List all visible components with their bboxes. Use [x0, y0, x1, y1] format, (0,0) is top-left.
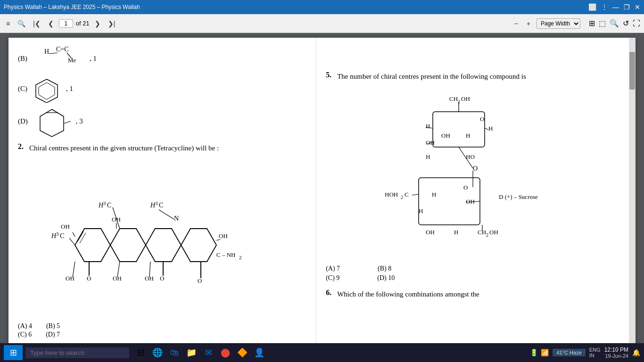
svg-text:C=C: C=C	[56, 46, 69, 53]
svg-line-9	[64, 121, 71, 123]
svg-marker-12	[146, 229, 181, 262]
q6-number: 6.	[326, 288, 331, 304]
svg-marker-13	[181, 229, 216, 262]
maximize-button[interactable]: ❐	[624, 3, 630, 11]
lang-label: ENGIN	[589, 347, 601, 358]
q1-d-structure	[31, 105, 73, 138]
svg-text:OH: OH	[441, 132, 450, 139]
svg-text:O: O	[160, 275, 164, 282]
left-column: (B) H C=C Me , 1	[8, 38, 316, 343]
toolbar-icons: ⊞ ⬚ 🔍 ↺ ⛶	[589, 19, 640, 28]
lang-display: ENGIN	[589, 347, 601, 358]
prev-page-button[interactable]: ❮	[46, 19, 56, 28]
svg-marker-6	[39, 82, 55, 99]
svg-text:2: 2	[401, 195, 403, 200]
close-button[interactable]: ✕	[635, 3, 640, 11]
sys-tray: 🔋 📶	[530, 349, 549, 356]
scrollbar[interactable]	[629, 38, 636, 343]
svg-text:3: 3	[155, 200, 158, 206]
svg-line-58	[485, 128, 488, 130]
taskbar-search[interactable]	[25, 347, 129, 358]
q5-option-c: (C) 9	[326, 274, 339, 282]
zoom-dropdown[interactable]: Page Width 50% 75% 100% 125% 150%	[537, 18, 580, 29]
current-date: 19-Jun-24	[604, 353, 628, 359]
q1-d-chiral: , 3	[76, 117, 83, 125]
question-5: 5. The number of chiral centres present …	[326, 71, 619, 282]
q2-text: Chiral centres present in the given stru…	[29, 142, 219, 154]
q5-option-a: (A) 7	[326, 265, 340, 272]
svg-text:OH: OH	[426, 229, 435, 236]
last-page-button[interactable]: ❯|	[106, 19, 118, 28]
tetracycline-structure: H 3 C OH H 3 C N	[18, 160, 306, 321]
rotate-icon[interactable]: ⬚	[599, 19, 606, 28]
q2-option-b: (B) 5	[46, 322, 60, 330]
question-6: 6. Which of the following combinations a…	[326, 288, 619, 304]
zoom-in-button[interactable]: +	[524, 19, 533, 28]
q1-option-d: (D) , 3	[18, 105, 306, 138]
svg-text:OH: OH	[219, 232, 228, 239]
app-title: Physics Wallah – Lakshya JEE 2025 – Phys…	[4, 4, 140, 10]
q5-answers-2: (C) 9 (D) 10	[326, 274, 619, 282]
q5-option-b: (B) 8	[378, 265, 391, 272]
title-bar-left: Physics Wallah – Lakshya JEE 2025 – Phys…	[4, 4, 140, 10]
notification-icon[interactable]: 🔔	[632, 349, 640, 356]
minimize-button[interactable]: —	[612, 3, 619, 11]
zoom-icon[interactable]: 🔍	[610, 19, 619, 28]
taskbar-icon-store[interactable]: 🛍	[168, 346, 181, 359]
q1-b-chiral: , 1	[90, 55, 97, 63]
q1-b-structure: H C=C Me	[30, 44, 87, 73]
fullscreen-icon[interactable]: ⛶	[633, 19, 640, 28]
menu-button[interactable]: ≡	[4, 19, 12, 28]
q2-option-a: (A) 4	[18, 322, 32, 330]
window-controls: ⬜ ⋮ — ❐ ✕	[588, 3, 640, 11]
q2-option-c: (C) 6	[18, 331, 32, 338]
weather-display: 41°C Haze	[553, 349, 585, 356]
scrollbar-thumb[interactable]	[629, 52, 635, 90]
svg-text:O: O	[463, 184, 468, 191]
next-page-button[interactable]: ❯	[92, 19, 103, 28]
current-time: 12:10 PM	[604, 346, 628, 353]
fit-page-icon[interactable]: ⊞	[589, 19, 595, 28]
taskbar-icon-folder[interactable]: 📁	[185, 346, 198, 359]
svg-text:CH: CH	[449, 95, 458, 102]
svg-text:HOH: HOH	[385, 191, 398, 198]
taskbar-icon-avatar[interactable]: 👤	[253, 346, 266, 359]
svg-text:O: O	[198, 277, 202, 284]
start-button[interactable]: ⊞	[4, 345, 23, 360]
q1-c-structure	[30, 74, 63, 103]
svg-text:C: C	[405, 191, 409, 198]
svg-text:C: C	[159, 202, 163, 209]
taskbar-icon-chrome[interactable]: ⬤	[219, 346, 232, 359]
zoom-area: − + Page Width 50% 75% 100% 125% 150% ⊞ …	[512, 18, 640, 29]
q5-number: 5.	[326, 71, 331, 86]
taskbar-icon-app2[interactable]: 🔶	[236, 346, 249, 359]
toolbar: ≡ 🔍 |❮ ❮ of 21 ❯ ❯| − + Page Width 50% 7…	[0, 14, 644, 33]
svg-line-24	[159, 210, 174, 219]
weather-temp: 41°C Haze	[556, 350, 581, 355]
svg-text:OH: OH	[61, 223, 70, 230]
svg-text:3: 3	[103, 200, 106, 206]
menu-icon[interactable]: ⋮	[601, 3, 608, 11]
svg-text:CH: CH	[478, 229, 486, 236]
svg-text:OH: OH	[461, 95, 470, 102]
search-button[interactable]: 🔍	[15, 19, 28, 28]
svg-line-47	[77, 231, 83, 242]
pdf-area: (B) H C=C Me , 1	[0, 33, 644, 343]
zoom-out-button[interactable]: −	[512, 19, 520, 28]
svg-text:H: H	[44, 48, 49, 55]
svg-text:3: 3	[56, 231, 59, 237]
svg-text:H: H	[426, 153, 430, 160]
taskbar-icon-edge[interactable]: 🌐	[151, 346, 164, 359]
undo-icon[interactable]: ↺	[623, 19, 629, 28]
q2-answers: (A) 4 (B) 5	[18, 322, 306, 330]
svg-text:H: H	[488, 125, 493, 132]
svg-line-28	[69, 238, 75, 245]
taskbar-pinned-apps: ⊟ 🌐 🛍 📁 ✉ ⬤ 🔶 👤	[134, 346, 266, 359]
svg-text:Me: Me	[68, 57, 76, 64]
page-input[interactable]	[59, 19, 73, 28]
minimize-icon[interactable]: ⬜	[588, 3, 596, 11]
taskbar-icon-taskview[interactable]: ⊟	[134, 346, 147, 359]
svg-text:N: N	[174, 215, 179, 222]
taskbar-icon-mail[interactable]: ✉	[202, 346, 215, 359]
first-page-button[interactable]: |❮	[31, 19, 43, 28]
